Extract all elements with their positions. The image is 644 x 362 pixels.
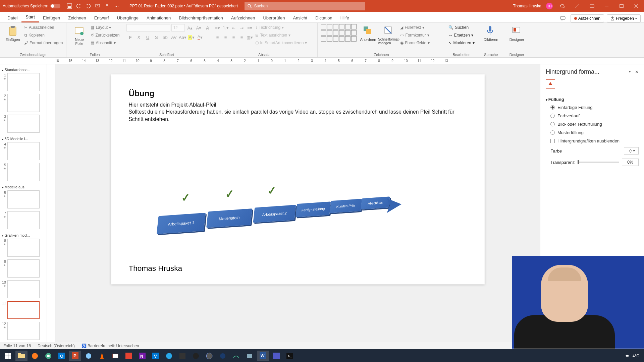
new-slide-button[interactable]: Neue Folie xyxy=(70,24,89,46)
arrow-segment[interactable]: Arbeitspaket 2 xyxy=(253,205,296,223)
app-icon[interactable] xyxy=(83,351,95,361)
user-avatar[interactable]: TH xyxy=(546,3,553,9)
justify-button[interactable]: ≡ xyxy=(238,34,245,41)
italic-button[interactable]: K xyxy=(135,34,143,41)
arrow-segment[interactable]: Arbeitspaket 1 xyxy=(157,213,206,234)
shadow-button[interactable]: ab xyxy=(161,34,169,41)
section-button[interactable]: ▤Abschnitt ▾ xyxy=(91,40,119,46)
section-header[interactable]: 3D Modelle i... xyxy=(1,135,45,142)
slide-body-2[interactable]: Solltest du eine Herausforderung haben, … xyxy=(128,109,467,123)
firefox-icon[interactable] xyxy=(29,351,41,361)
dictate-button[interactable]: Diktieren xyxy=(482,24,500,42)
ribbon-options-icon[interactable] xyxy=(587,3,597,9)
autosave-toggle[interactable]: Automatisches Speichern xyxy=(3,4,60,8)
tab-start[interactable]: Start xyxy=(21,12,39,22)
section-header[interactable]: Standardabsc... xyxy=(1,66,45,73)
thumb-3[interactable] xyxy=(7,115,40,133)
cut-button[interactable]: ✂Ausschneiden xyxy=(24,24,63,31)
arrow-segment[interactable]: Meilenstein xyxy=(206,208,252,228)
touch-icon[interactable] xyxy=(104,3,110,9)
onenote-icon[interactable]: N xyxy=(136,351,148,361)
thumb-1[interactable] xyxy=(7,73,40,91)
section-header[interactable]: Grafiken mod... xyxy=(1,232,45,239)
thumb-12[interactable] xyxy=(7,322,40,340)
tab-dictation[interactable]: Dictation xyxy=(311,13,336,22)
indent-button[interactable]: ⇥ xyxy=(238,24,245,32)
radio-gradient-fill[interactable]: Farbverlauf xyxy=(546,112,639,120)
checkbox-hide-bg[interactable]: Hintergrundgrafiken ausblenden xyxy=(546,137,639,145)
share-button[interactable]: Freigeben▾ xyxy=(607,14,641,22)
underline-button[interactable]: U xyxy=(144,34,151,41)
qat-more-icon[interactable]: ⋯ xyxy=(113,3,119,9)
word-icon[interactable]: W xyxy=(257,351,269,361)
case-button[interactable]: Aa▾ xyxy=(179,34,186,41)
format-painter-button[interactable]: 🖌Format übertragen xyxy=(24,40,63,46)
select-button[interactable]: ↖Markieren ▾ xyxy=(448,40,474,46)
tab-zeichnen[interactable]: Zeichnen xyxy=(64,13,90,22)
tab-animationen[interactable]: Animationen xyxy=(143,13,175,22)
app-icon[interactable] xyxy=(244,351,256,361)
numbering-button[interactable]: ⒈▾ xyxy=(222,24,229,32)
arrow-graphic[interactable]: ✓ ✓ ✓ Arbeitspaket 1 Meilenstein Arbeits… xyxy=(146,185,385,255)
slide-title[interactable]: Übung xyxy=(128,89,467,99)
tab-uebergaenge[interactable]: Übergänge xyxy=(113,13,143,22)
slide-thumbnails[interactable]: Standardabsc... 1★ 2★ 3★ 3D Modelle i...… xyxy=(0,64,47,342)
app-icon[interactable] xyxy=(176,351,189,361)
shape-fill-button[interactable]: ◢Fülleffekt ▾ xyxy=(400,24,430,31)
columns-button[interactable]: ▥▾ xyxy=(246,34,253,41)
reset-button[interactable]: ↺Zurücksetzen xyxy=(91,32,119,39)
bullets-button[interactable]: ≡▾ xyxy=(214,24,221,32)
language-label[interactable]: Deutsch (Österreich) xyxy=(38,344,75,348)
cloud-icon[interactable] xyxy=(557,3,568,9)
designer-button[interactable]: Designer xyxy=(507,24,526,42)
bold-button[interactable]: F xyxy=(126,34,134,41)
tab-ueberpruefen[interactable]: Überprüfen xyxy=(259,13,289,22)
close-button[interactable] xyxy=(631,3,641,9)
chrome-icon[interactable] xyxy=(42,351,54,361)
save-icon[interactable] xyxy=(66,3,72,9)
terminal-icon[interactable]: >_ xyxy=(284,351,296,361)
temperature-label[interactable]: 4°C xyxy=(633,354,639,358)
snip-icon[interactable] xyxy=(109,351,121,361)
radio-pattern-fill[interactable]: Musterfüllung xyxy=(546,128,639,137)
tab-datei[interactable]: Datei xyxy=(3,13,21,22)
find-button[interactable]: 🔍Suchen xyxy=(448,24,474,31)
record-button[interactable]: Aufzeichnen xyxy=(571,14,604,22)
transparency-input[interactable] xyxy=(622,159,639,166)
align-left-button[interactable]: ≡ xyxy=(214,34,221,41)
replace-button[interactable]: ↔Ersetzen ▾ xyxy=(448,32,474,39)
document-title[interactable]: PPT 01 Roter Faden 002.pptx • Auf "diese… xyxy=(129,4,238,8)
tab-hilfe[interactable]: Hilfe xyxy=(336,13,353,22)
search-input[interactable] xyxy=(254,4,363,8)
app-icon[interactable] xyxy=(203,351,215,361)
shape-effects-button[interactable]: ◉Formeffekte ▾ xyxy=(400,40,430,46)
thumb-2[interactable] xyxy=(7,94,40,112)
highlight-button[interactable]: A▾ xyxy=(187,34,195,41)
slide-canvas[interactable]: Übung Hier entsteht dein Projekt-Ablauf-… xyxy=(56,64,540,342)
font-size-input[interactable] xyxy=(171,24,185,32)
paste-button[interactable]: Einfügen xyxy=(3,24,22,42)
fill-section-header[interactable]: Füllung xyxy=(546,96,639,103)
thumb-6[interactable] xyxy=(7,190,40,208)
arrow-segment[interactable]: Fertig- stellung xyxy=(296,201,331,217)
thumb-5[interactable] xyxy=(7,163,40,181)
app-icon[interactable] xyxy=(230,351,242,361)
app-icon[interactable] xyxy=(217,351,229,361)
thumb-11[interactable] xyxy=(7,301,40,319)
clear-format-button[interactable]: A̷ xyxy=(204,24,211,32)
accessibility-label[interactable]: ♿ Barrierefreiheit: Untersuchen xyxy=(82,344,139,348)
powerpoint-icon[interactable]: P xyxy=(69,351,81,361)
color-picker-button[interactable]: ▾ xyxy=(624,147,639,155)
tab-einfuegen[interactable]: Einfügen xyxy=(39,13,64,22)
tab-ansicht[interactable]: Ansicht xyxy=(289,13,311,22)
minimize-button[interactable] xyxy=(602,3,612,9)
linespace-button[interactable]: ≡▾ xyxy=(246,24,253,32)
slide-author[interactable]: Thomas Hruska xyxy=(128,264,182,273)
thumb-8[interactable] xyxy=(7,239,40,257)
comments-icon[interactable] xyxy=(558,15,568,22)
thumb-10[interactable] xyxy=(7,280,40,298)
slide-body-1[interactable]: Hier entsteht dein Projekt-Ablauf-Pfeil xyxy=(128,101,467,109)
start-button[interactable] xyxy=(2,351,14,361)
maximize-button[interactable] xyxy=(616,3,627,9)
transparency-slider[interactable] xyxy=(578,162,620,163)
